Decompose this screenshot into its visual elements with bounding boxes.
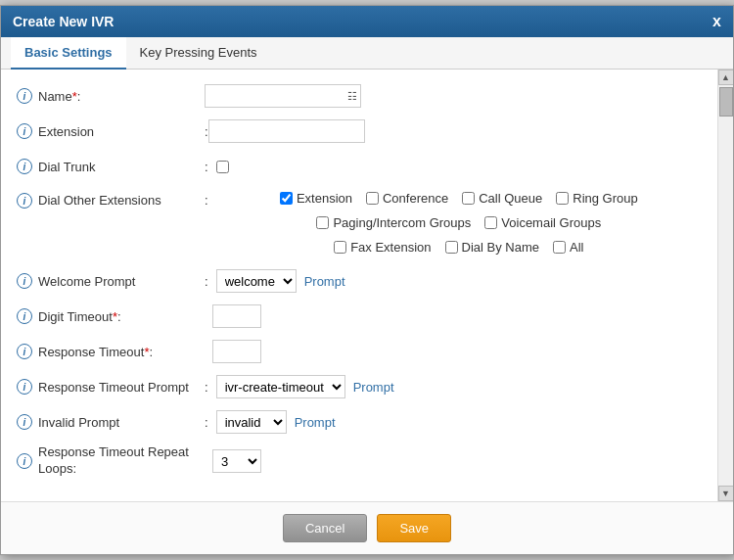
ring-group-checkbox-group: Ring Group	[556, 191, 637, 206]
tab-basic-settings[interactable]: Basic Settings	[11, 37, 126, 70]
tab-bar: Basic Settings Key Pressing Events	[1, 37, 733, 70]
dialbyname-checkbox[interactable]	[445, 241, 458, 254]
dial-other-label: Dial Other Extensions	[38, 191, 205, 208]
paging-checkbox-group: Paging/Intercom Groups	[316, 215, 471, 230]
dial-trunk-control	[216, 161, 702, 173]
call-queue-checkbox-group: Call Queue	[462, 191, 542, 206]
invalid-prompt-label: Invalid Prompt	[38, 415, 205, 430]
name-row: i Name*: ☷	[17, 83, 702, 109]
dialog-header: Create New IVR x	[1, 6, 733, 37]
dial-trunk-info-icon[interactable]: i	[17, 159, 32, 174]
digit-timeout-label: Digit Timeout*:	[38, 309, 205, 324]
response-timeout-input[interactable]: 10	[212, 340, 261, 363]
digit-timeout-row: i Digit Timeout*: 3	[17, 303, 702, 329]
dial-trunk-label: Dial Trunk	[38, 160, 205, 174]
invalid-prompt-control: invalid default custom Prompt	[216, 410, 702, 434]
ring-group-checkbox[interactable]	[556, 192, 569, 205]
invalid-prompt-info-icon[interactable]: i	[17, 414, 32, 430]
name-label: Name*:	[38, 89, 205, 104]
welcome-prompt-label: Welcome Prompt	[38, 274, 205, 289]
scrollbar: ▲ ▼	[717, 70, 733, 501]
response-timeout-repeat-control: 1 2 3 4 5	[212, 449, 702, 473]
response-timeout-repeat-select[interactable]: 1 2 3 4 5	[212, 449, 261, 473]
response-timeout-prompt-select[interactable]: ivr-create-timeout default custom	[216, 375, 345, 398]
extension-checkbox[interactable]	[280, 192, 293, 205]
welcome-prompt-info-icon[interactable]: i	[17, 273, 32, 289]
response-timeout-repeat-info-icon[interactable]: i	[17, 453, 32, 469]
digit-timeout-control: 3	[212, 304, 702, 328]
name-control: ☷	[205, 84, 702, 108]
dial-other-row3: Fax Extension Dial By Name All	[334, 240, 583, 255]
digit-timeout-info-icon[interactable]: i	[17, 308, 32, 324]
dial-trunk-checkbox[interactable]	[216, 161, 229, 173]
voicemail-checkbox[interactable]	[484, 216, 497, 229]
response-timeout-prompt-info-icon[interactable]: i	[17, 379, 32, 395]
dialbyname-checkbox-group: Dial By Name	[445, 240, 539, 255]
invalid-prompt-select[interactable]: invalid default custom	[216, 410, 287, 434]
response-timeout-repeat-label: Response Timeout Repeat Loops:	[38, 444, 205, 478]
footer: Cancel Save	[1, 501, 733, 554]
scroll-down-arrow[interactable]: ▼	[718, 486, 734, 501]
dialog-title: Create New IVR	[13, 14, 114, 29]
dial-other-info-icon[interactable]: i	[17, 193, 32, 209]
name-input-wrapper: ☷	[205, 84, 361, 108]
dial-other-control: Extension Conference Call Queue Rin	[216, 191, 702, 258]
save-button[interactable]: Save	[377, 514, 451, 542]
dialog-body: i Name*: ☷ i Extension: 7000	[1, 70, 733, 501]
response-timeout-prompt-row: i Response Timeout Prompt: ivr-create-ti…	[17, 374, 702, 399]
conference-checkbox-group: Conference	[366, 191, 448, 206]
extension-input[interactable]: 7000	[208, 119, 365, 143]
response-timeout-info-icon[interactable]: i	[17, 344, 32, 359]
response-timeout-label: Response Timeout*:	[38, 345, 205, 359]
all-checkbox-group: All	[553, 240, 583, 255]
welcome-prompt-link[interactable]: Prompt	[304, 274, 345, 289]
response-timeout-prompt-link[interactable]: Prompt	[353, 380, 394, 395]
calendar-icon: ☷	[347, 90, 357, 103]
cancel-button[interactable]: Cancel	[283, 514, 367, 542]
form-area: i Name*: ☷ i Extension: 7000	[1, 70, 717, 501]
dial-other-row1: Extension Conference Call Queue Rin	[280, 191, 638, 206]
response-timeout-prompt-label: Response Timeout Prompt	[38, 380, 205, 395]
scroll-up-arrow[interactable]: ▲	[718, 70, 734, 85]
invalid-prompt-row: i Invalid Prompt: invalid default custom…	[17, 409, 702, 435]
scroll-thumb[interactable]	[719, 87, 733, 117]
welcome-prompt-select[interactable]: welcome default custom1	[216, 269, 297, 293]
extension-control: 7000	[208, 119, 702, 143]
response-timeout-repeat-row: i Response Timeout Repeat Loops: 1 2 3 4…	[17, 444, 702, 478]
close-button[interactable]: x	[712, 14, 721, 29]
invalid-prompt-link[interactable]: Prompt	[295, 415, 336, 430]
dial-trunk-row: i Dial Trunk:	[17, 154, 702, 179]
welcome-prompt-control: welcome default custom1 Prompt	[216, 269, 702, 293]
digit-timeout-input[interactable]: 3	[212, 304, 261, 328]
name-info-icon[interactable]: i	[17, 88, 32, 104]
dial-other-row2: Paging/Intercom Groups Voicemail Groups	[316, 215, 601, 230]
response-timeout-control: 10	[212, 340, 702, 363]
welcome-prompt-row: i Welcome Prompt: welcome default custom…	[17, 268, 702, 294]
paging-checkbox[interactable]	[316, 216, 329, 229]
extension-checkbox-group: Extension	[280, 191, 352, 206]
fax-checkbox[interactable]	[334, 241, 346, 254]
call-queue-checkbox[interactable]	[462, 192, 475, 205]
response-timeout-prompt-control: ivr-create-timeout default custom Prompt	[216, 375, 702, 398]
name-input[interactable]	[205, 84, 361, 108]
extension-row: i Extension: 7000	[17, 118, 702, 144]
conference-checkbox[interactable]	[366, 192, 379, 205]
extension-info-icon[interactable]: i	[17, 123, 32, 139]
all-checkbox[interactable]	[553, 241, 566, 254]
tab-key-pressing-events[interactable]: Key Pressing Events	[126, 37, 271, 70]
voicemail-checkbox-group: Voicemail Groups	[484, 215, 601, 230]
response-timeout-row: i Response Timeout*: 10	[17, 339, 702, 364]
fax-checkbox-group: Fax Extension	[334, 240, 431, 255]
extension-label: Extension	[38, 124, 205, 139]
dial-other-row: i Dial Other Extensions: Extension Confe…	[17, 189, 702, 258]
create-ivr-dialog: Create New IVR x Basic Settings Key Pres…	[0, 5, 734, 555]
